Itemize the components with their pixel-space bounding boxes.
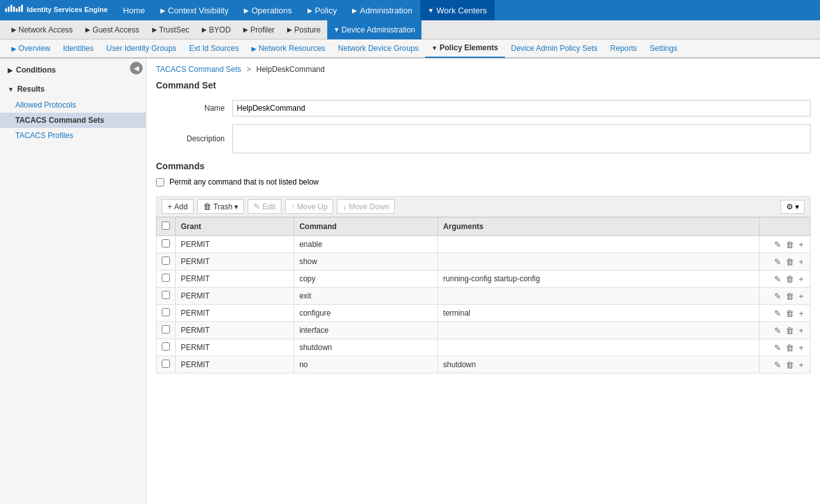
description-row: Description: [156, 124, 810, 153]
row-grant-3: PERMIT: [176, 288, 294, 305]
row-delete-btn-6[interactable]: 🗑: [784, 343, 795, 353]
nav-profiler[interactable]: ▶Profiler: [237, 20, 281, 39]
tab-device-admin-policy-sets[interactable]: Device Admin Policy Sets: [505, 39, 604, 58]
tab-policy-elements[interactable]: ▼Policy Elements: [425, 39, 505, 58]
row-delete-btn-0[interactable]: 🗑: [784, 240, 795, 249]
row-arguments-3: [438, 288, 760, 305]
row-add-btn-6[interactable]: +: [797, 343, 805, 353]
nav-network-access[interactable]: ▶Network Access: [5, 20, 79, 39]
tab-identities[interactable]: Identities: [57, 39, 100, 58]
select-all-checkbox[interactable]: [162, 221, 170, 230]
row-edit-btn-4[interactable]: ✎: [773, 309, 782, 318]
table-row: PERMIT configure terminal ✎ 🗑 +: [157, 305, 810, 322]
row-edit-btn-0[interactable]: ✎: [773, 240, 782, 249]
row-edit-btn-2[interactable]: ✎: [773, 274, 782, 284]
row-checkbox-5[interactable]: [162, 325, 170, 333]
row-checkbox-4[interactable]: [162, 308, 170, 316]
tab-settings[interactable]: Settings: [644, 39, 684, 58]
row-checkbox-6[interactable]: [162, 342, 170, 351]
top-nav-context-visibility[interactable]: ▶Context Visibility: [153, 0, 236, 20]
breadcrumb-parent[interactable]: TACACS Command Sets: [156, 65, 241, 74]
edit-icon: ✎: [253, 202, 260, 211]
top-nav-items: Home ▶Context Visibility ▶Operations ▶Po…: [115, 0, 815, 20]
header-checkbox-col: [157, 218, 176, 236]
row-add-btn-3[interactable]: +: [797, 291, 805, 301]
row-checkbox-2[interactable]: [162, 274, 170, 282]
tab-ext-id-sources[interactable]: Ext Id Sources: [183, 39, 245, 58]
header-grant: Grant: [176, 218, 294, 236]
row-command-2: copy: [294, 270, 438, 288]
top-nav-home[interactable]: Home: [115, 0, 153, 20]
row-delete-btn-1[interactable]: 🗑: [784, 257, 795, 267]
sidebar-item-tacacs-profiles[interactable]: TACACS Profiles: [0, 128, 146, 143]
conditions-header[interactable]: ▶ Conditions: [0, 62, 146, 78]
row-add-btn-7[interactable]: +: [797, 360, 805, 370]
top-nav-administration[interactable]: ▶Administration: [344, 0, 420, 20]
row-delete-btn-2[interactable]: 🗑: [784, 274, 795, 284]
edit-button[interactable]: ✎ Edit: [248, 199, 281, 214]
trash-button[interactable]: 🗑 Trash ▾: [197, 199, 244, 214]
row-add-btn-5[interactable]: +: [797, 326, 805, 335]
settings-button[interactable]: ⚙ ▾: [781, 200, 805, 214]
row-checkbox-3[interactable]: [162, 291, 170, 299]
row-add-btn-1[interactable]: +: [797, 257, 805, 267]
top-nav-work-centers[interactable]: ▼Work Centers: [420, 0, 495, 20]
sidebar-collapse-btn[interactable]: ◀: [130, 62, 143, 74]
sidebar-section-conditions: ▶ Conditions: [0, 62, 146, 78]
table-row: PERMIT interface ✎ 🗑 +: [157, 322, 810, 339]
row-edit-btn-6[interactable]: ✎: [773, 343, 782, 353]
row-checkbox-1[interactable]: [162, 256, 170, 265]
row-add-btn-0[interactable]: +: [797, 240, 805, 249]
tab-network-resources[interactable]: ▶Network Resources: [245, 39, 332, 58]
top-navbar: Identity Services Engine Home ▶Context V…: [0, 0, 820, 20]
row-edit-btn-1[interactable]: ✎: [773, 257, 782, 267]
row-arguments-4: terminal: [438, 305, 760, 322]
results-header[interactable]: ▼ Results: [0, 81, 146, 97]
settings-icon: ⚙: [786, 202, 793, 211]
nav-trustsec[interactable]: ▶TrustSec: [146, 20, 196, 39]
nav-byod[interactable]: ▶BYOD: [195, 20, 237, 39]
row-command-5: interface: [294, 322, 438, 339]
main-content: TACACS Command Sets > HelpDeskCommand Co…: [146, 59, 820, 504]
name-row: Name: [156, 100, 810, 116]
permit-row: Permit any command that is not listed be…: [156, 178, 810, 186]
row-add-btn-2[interactable]: +: [797, 274, 805, 284]
row-delete-btn-3[interactable]: 🗑: [784, 291, 795, 301]
brand-logo: Identity Services Engine: [5, 4, 108, 16]
tab-reports[interactable]: Reports: [604, 39, 644, 58]
move-up-button[interactable]: ↑ Move Up: [285, 199, 334, 214]
description-input[interactable]: [232, 124, 810, 153]
tab-user-identity-groups[interactable]: User Identity Groups: [100, 39, 183, 58]
row-edit-btn-3[interactable]: ✎: [773, 291, 782, 301]
top-nav-policy[interactable]: ▶Policy: [300, 0, 345, 20]
row-edit-btn-5[interactable]: ✎: [773, 326, 782, 335]
row-delete-btn-7[interactable]: 🗑: [784, 360, 795, 370]
form-section-title: Command Set: [156, 80, 810, 90]
row-add-btn-4[interactable]: +: [797, 309, 805, 318]
sidebar-section-results: ▼ Results Allowed Protocols TACACS Comma…: [0, 81, 146, 143]
top-nav-operations[interactable]: ▶Operations: [236, 0, 300, 20]
sidebar-item-allowed-protocols[interactable]: Allowed Protocols: [0, 97, 146, 113]
row-checkbox-0[interactable]: [162, 239, 170, 248]
add-button[interactable]: + Add: [162, 199, 194, 214]
main-layout: ◀ ▶ Conditions ▼ Results Allowed Protoco…: [0, 59, 820, 504]
row-edit-btn-7[interactable]: ✎: [773, 360, 782, 370]
description-label: Description: [156, 134, 232, 143]
tab-network-device-groups[interactable]: Network Device Groups: [332, 39, 425, 58]
header-command: Command: [294, 218, 438, 236]
nav-posture[interactable]: ▶Posture: [281, 20, 327, 39]
name-input[interactable]: [232, 100, 810, 116]
nav-device-administration[interactable]: ▼Device Administration: [327, 20, 421, 39]
nav-guest-access[interactable]: ▶Guest Access: [79, 20, 145, 39]
move-down-button[interactable]: ↓ Move Down: [337, 199, 395, 214]
row-delete-btn-5[interactable]: 🗑: [784, 326, 795, 335]
row-checkbox-7[interactable]: [162, 360, 170, 368]
sidebar-item-tacacs-command-sets[interactable]: TACACS Command Sets: [0, 113, 146, 128]
header-arguments: Arguments: [438, 218, 760, 236]
tab-overview[interactable]: ▶Overview: [5, 39, 57, 58]
third-navbar: ▶Overview Identities User Identity Group…: [0, 39, 820, 59]
header-actions: [760, 218, 810, 236]
row-delete-btn-4[interactable]: 🗑: [784, 309, 795, 318]
permit-checkbox[interactable]: [156, 178, 164, 186]
row-actions-0: ✎ 🗑 +: [760, 236, 810, 253]
